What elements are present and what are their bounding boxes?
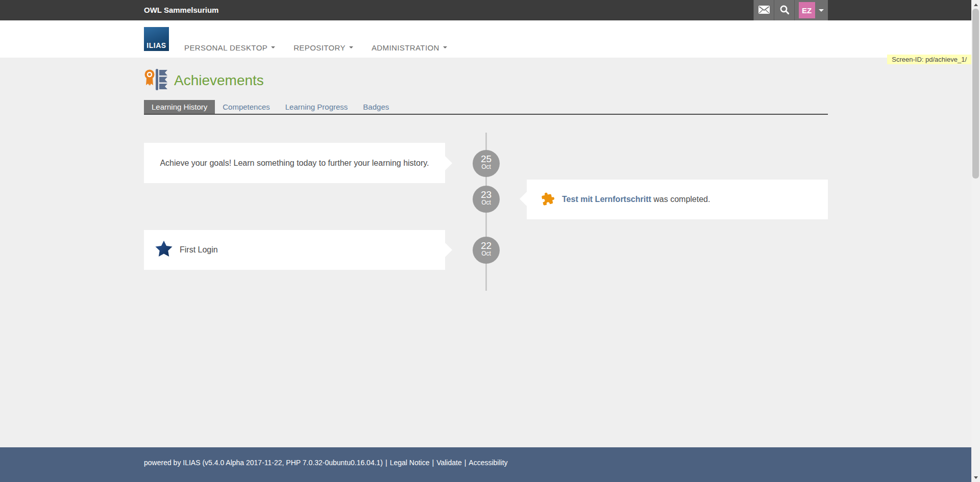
first-login-card: First Login xyxy=(144,230,445,270)
app-title: OWL Sammelsurium xyxy=(144,0,218,20)
nav-label: PERSONAL DESKTOP xyxy=(184,43,267,52)
chevron-down-icon xyxy=(271,46,275,50)
scrollbar-up-arrow[interactable] xyxy=(971,0,980,9)
user-menu-button[interactable]: EZ xyxy=(794,0,828,20)
top-bar: OWL Sammelsurium EZ xyxy=(0,0,971,20)
tab-learning-history[interactable]: Learning History xyxy=(144,100,215,114)
date-day: 25 xyxy=(473,154,500,164)
legal-notice-link[interactable]: Legal Notice xyxy=(390,459,430,467)
test-object-link[interactable]: Test mit Lernfortschritt xyxy=(562,195,651,204)
topbar-actions: EZ xyxy=(753,0,828,20)
main-header: ILIAS PERSONAL DESKTOP REPOSITORY ADMINI… xyxy=(0,20,971,58)
footer-separator: | xyxy=(464,459,467,467)
avatar: EZ xyxy=(799,2,815,18)
nav-item-repository[interactable]: REPOSITORY xyxy=(293,43,353,52)
mail-button[interactable] xyxy=(753,0,774,20)
tab-bar: Learning History Competences Learning Pr… xyxy=(144,100,828,115)
scrollbar-down-arrow[interactable] xyxy=(971,473,980,482)
page-head: Achievements xyxy=(143,68,264,93)
tab-competences[interactable]: Competences xyxy=(215,100,278,114)
chevron-down-icon xyxy=(819,9,824,14)
screen-id-badge: Screen-ID: pd/achieve_1/ xyxy=(887,55,971,64)
tab-badges[interactable]: Badges xyxy=(355,100,397,114)
triangle-up-icon xyxy=(974,2,978,6)
motivation-card: Achieve your goals! Learn something toda… xyxy=(144,143,445,183)
triangle-down-icon xyxy=(974,476,978,481)
date-month: Oct xyxy=(473,164,500,170)
first-login-label: First Login xyxy=(180,245,218,255)
timeline-date-badge: 23 Oct xyxy=(473,186,500,213)
achievements-icon xyxy=(143,68,168,93)
accessibility-link[interactable]: Accessibility xyxy=(469,459,507,467)
completed-suffix: was completed. xyxy=(651,195,710,204)
powered-by-text: powered by ILIAS (v5.4.0 Alpha 2017-11-2… xyxy=(144,459,383,467)
footer-separator: | xyxy=(385,459,387,467)
vertical-scrollbar[interactable] xyxy=(971,0,980,482)
tab-learning-progress[interactable]: Learning Progress xyxy=(278,100,356,114)
chevron-down-icon xyxy=(349,46,353,50)
timeline-date-badge: 22 Oct xyxy=(473,237,500,264)
nav-label: REPOSITORY xyxy=(293,43,346,52)
validate-link[interactable]: Validate xyxy=(436,459,462,467)
main-nav: PERSONAL DESKTOP REPOSITORY ADMINISTRATI… xyxy=(184,20,447,58)
puzzle-icon xyxy=(541,192,555,208)
search-icon xyxy=(779,5,790,16)
nav-label: ADMINISTRATION xyxy=(372,43,439,52)
completed-entry-card: Test mit Lernfortschritt was completed. xyxy=(527,180,828,219)
page-title: Achievements xyxy=(174,72,264,89)
date-day: 23 xyxy=(473,190,500,199)
chevron-down-icon xyxy=(443,46,447,50)
motivation-text: Achieve your goals! Learn something toda… xyxy=(160,159,429,168)
completed-entry-text: Test mit Lernfortschritt was completed. xyxy=(562,195,710,204)
nav-item-administration[interactable]: ADMINISTRATION xyxy=(372,43,447,52)
timeline-date-badge: 25 Oct xyxy=(473,150,500,177)
search-button[interactable] xyxy=(774,0,794,20)
page-footer: powered by ILIAS (v5.4.0 Alpha 2017-11-2… xyxy=(0,447,971,482)
mail-icon xyxy=(758,6,770,15)
nav-item-personal-desktop[interactable]: PERSONAL DESKTOP xyxy=(184,43,275,52)
date-month: Oct xyxy=(473,199,500,206)
date-month: Oct xyxy=(473,250,500,257)
star-icon xyxy=(155,240,173,260)
ilias-logo[interactable]: ILIAS xyxy=(144,27,169,51)
date-day: 22 xyxy=(473,241,500,250)
scrollbar-thumb[interactable] xyxy=(972,9,979,179)
footer-separator: | xyxy=(432,459,434,467)
